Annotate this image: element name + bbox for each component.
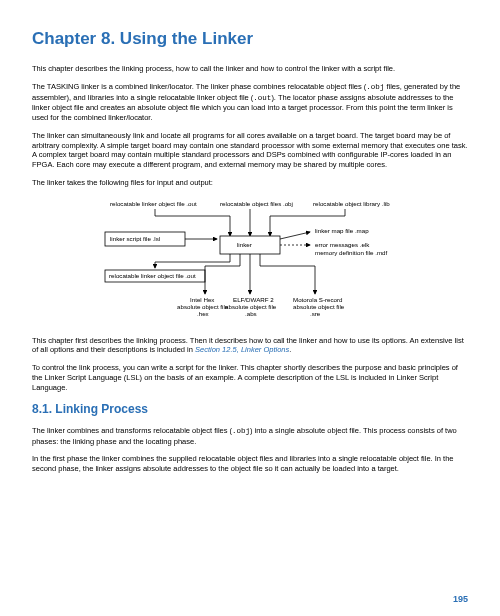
code-out: .out xyxy=(253,94,271,102)
diag-lsl-label: linker script file .lsl xyxy=(110,235,160,242)
diag-hex-2: absolute object file xyxy=(177,303,229,310)
code-obj: .obj xyxy=(366,83,384,91)
intro-para-2: The TASKING linker is a combined linker/… xyxy=(32,82,468,123)
linker-diagram: relocatable linker object file .out relo… xyxy=(95,196,405,326)
diag-map-label: linker map file .map xyxy=(315,227,369,234)
p2-text-a: The TASKING linker is a combined linker/… xyxy=(32,82,366,91)
diag-hex-3: .hex xyxy=(197,310,210,317)
p5-text-b: . xyxy=(289,345,291,354)
diag-elf-3: .abs xyxy=(245,310,257,317)
diag-linker-label: linker xyxy=(237,241,252,248)
diag-out-label: relocatable linker object file .out xyxy=(109,272,196,279)
diag-sre-1: Motorola S-record xyxy=(293,296,343,303)
intro-para-3: The linker can simultaneously link and l… xyxy=(32,131,468,170)
diag-err-label: error messages .elk xyxy=(315,241,370,248)
para-8: In the first phase the linker combines t… xyxy=(32,454,468,474)
para-6: To control the link process, you can wri… xyxy=(32,363,468,392)
diag-top-right-label: relocatable object library .lib xyxy=(313,200,390,207)
diag-elf-2: absolute object file xyxy=(225,303,277,310)
diag-elf-1: ELF/DWARF 2 xyxy=(233,296,274,303)
intro-para-4: The linker takes the following files for… xyxy=(32,178,468,188)
page-number: 195 xyxy=(453,594,468,606)
chapter-title: Chapter 8. Using the Linker xyxy=(32,28,468,50)
section-title: 8.1. Linking Process xyxy=(32,402,468,418)
diag-hex-1: Intel Hex xyxy=(190,296,215,303)
diag-sre-2: absolute object file xyxy=(293,303,345,310)
code-obj-2: .obj xyxy=(232,427,250,435)
diag-mdf-label: memory definition file .mdf xyxy=(315,249,387,256)
para-5: This chapter first describes the linking… xyxy=(32,336,468,356)
link-linker-options[interactable]: Section 12.5, Linker Options xyxy=(195,345,289,354)
svg-line-10 xyxy=(280,232,310,239)
diag-top-mid-label: relocatable object files .obj xyxy=(220,200,293,207)
diag-sre-3: .sre xyxy=(310,310,321,317)
para-7: The linker combines and transforms reloc… xyxy=(32,426,468,447)
intro-para-1: This chapter describes the linking proce… xyxy=(32,64,468,74)
p7-text-a: The linker combines and transforms reloc… xyxy=(32,426,232,435)
diag-top-left-label: relocatable linker object file .out xyxy=(110,200,197,207)
